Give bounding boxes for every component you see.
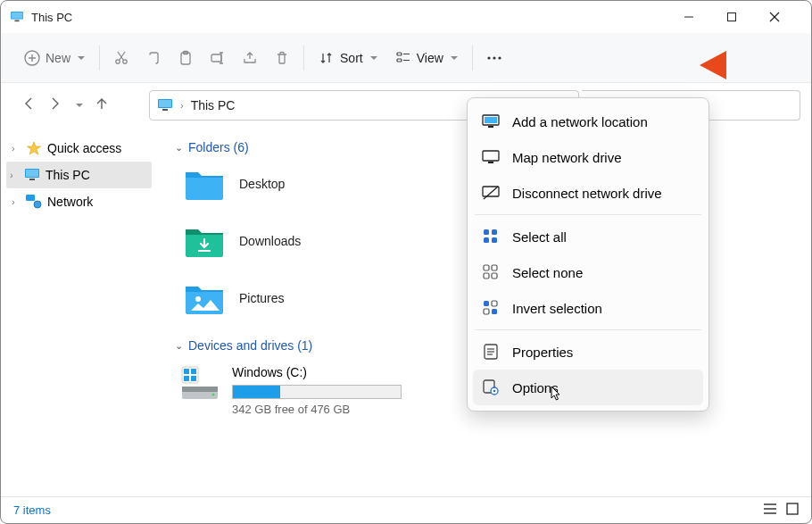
svg-rect-67: [492, 309, 497, 314]
delete-button[interactable]: [266, 45, 298, 71]
forward-button[interactable]: [47, 96, 63, 115]
folder-label: Desktop: [239, 177, 285, 191]
navigation-pane: › Quick access › This PC › Network: [1, 128, 157, 496]
menu-item-options[interactable]: Options: [473, 370, 703, 405]
downloads-folder-icon: [184, 224, 225, 258]
svg-rect-57: [492, 229, 497, 235]
menu-item-select-all[interactable]: Select all: [473, 219, 703, 254]
svg-rect-63: [492, 273, 497, 279]
pc-icon: [482, 112, 500, 130]
folder-label: Pictures: [239, 291, 285, 305]
maximize-button[interactable]: [720, 5, 743, 29]
collapse-caret[interactable]: ⌄: [175, 142, 183, 154]
properties-icon: [482, 343, 500, 361]
svg-rect-65: [492, 301, 497, 306]
sidebar-item-quick-access[interactable]: › Quick access: [6, 135, 152, 162]
copy-button[interactable]: [137, 45, 170, 71]
options-icon: [482, 378, 500, 396]
share-button[interactable]: [234, 45, 266, 71]
folder-icon: [184, 167, 225, 201]
close-button[interactable]: [763, 5, 786, 29]
svg-rect-44: [184, 376, 189, 381]
sidebar-item-network[interactable]: › Network: [6, 188, 152, 215]
share-icon: [242, 50, 258, 66]
svg-rect-35: [26, 170, 38, 177]
svg-rect-50: [485, 117, 497, 123]
status-bar: 7 items: [1, 496, 811, 523]
minimize-button[interactable]: [677, 5, 700, 29]
expand-caret[interactable]: ›: [12, 196, 21, 207]
svg-rect-45: [191, 376, 196, 381]
view-button[interactable]: View: [386, 45, 467, 71]
menu-separator: [475, 329, 701, 330]
new-button-label: New: [46, 51, 70, 65]
up-button[interactable]: [94, 96, 110, 115]
sort-button[interactable]: Sort: [310, 45, 386, 71]
thumbnails-view-button[interactable]: [786, 503, 799, 518]
svg-point-28: [493, 56, 495, 59]
sort-button-label: Sort: [340, 51, 363, 65]
rename-button[interactable]: [202, 45, 234, 71]
plus-circle-icon: [24, 50, 40, 66]
menu-item-select-none[interactable]: Select none: [473, 254, 703, 290]
svg-rect-24: [397, 59, 402, 62]
svg-rect-47: [182, 387, 218, 392]
rename-icon: [210, 50, 226, 66]
svg-rect-4: [728, 13, 736, 21]
pictures-folder-icon: [184, 281, 225, 315]
drive-subtext: 342 GB free of 476 GB: [232, 403, 402, 416]
svg-rect-61: [492, 265, 497, 270]
back-button[interactable]: [21, 96, 37, 115]
sidebar-item-label: Quick access: [47, 141, 121, 155]
svg-rect-19: [211, 54, 221, 62]
menu-item-label: Select none: [512, 265, 583, 280]
svg-rect-43: [191, 369, 196, 374]
menu-item-disconnect-network-drive[interactable]: Disconnect network drive: [473, 175, 703, 211]
toolbar-separator: [472, 46, 473, 71]
recent-locations-button[interactable]: [76, 104, 83, 107]
map-drive-icon: [482, 148, 500, 166]
menu-item-label: Select all: [512, 229, 567, 245]
menu-item-invert-selection[interactable]: Invert selection: [473, 290, 703, 326]
cut-icon: [113, 50, 129, 66]
delete-icon: [274, 50, 290, 66]
view-icon: [395, 50, 411, 66]
sidebar-item-label: This PC: [46, 168, 90, 182]
this-pc-icon: [157, 99, 173, 112]
menu-item-add-network-location[interactable]: Add a network location: [473, 104, 703, 139]
chevron-down-icon: [78, 56, 85, 60]
sidebar-item-label: Network: [47, 195, 93, 209]
sidebar-item-this-pc[interactable]: › This PC: [6, 162, 152, 188]
expand-caret[interactable]: ›: [12, 143, 21, 154]
annotation-arrow: [700, 51, 726, 79]
invert-selection-icon: [482, 299, 500, 317]
paste-icon: [178, 50, 194, 66]
cursor-icon: [550, 386, 562, 402]
new-button[interactable]: New: [15, 45, 94, 71]
svg-rect-37: [26, 195, 35, 201]
menu-item-map-network-drive[interactable]: Map network drive: [473, 139, 703, 175]
collapse-caret[interactable]: ⌄: [175, 340, 183, 352]
svg-rect-53: [488, 162, 493, 163]
svg-rect-31: [159, 100, 171, 107]
paste-button[interactable]: [170, 45, 202, 71]
menu-item-properties[interactable]: Properties: [473, 334, 703, 370]
cut-button[interactable]: [105, 45, 137, 71]
this-pc-icon: [10, 12, 24, 22]
more-button[interactable]: [478, 45, 510, 71]
menu-item-label: Disconnect network drive: [512, 186, 662, 201]
expand-caret[interactable]: ›: [10, 170, 19, 180]
svg-rect-23: [397, 53, 402, 55]
details-view-button[interactable]: [763, 503, 777, 518]
breadcrumb-separator: ›: [180, 100, 184, 111]
folder-label: Downloads: [239, 234, 301, 248]
network-icon: [26, 194, 42, 210]
more-menu: Add a network location Map network drive…: [467, 97, 709, 412]
toolbar-separator: [303, 46, 304, 71]
section-header-label: Devices and drives (1): [188, 338, 312, 353]
drive-usage-bar: [232, 385, 402, 399]
svg-rect-56: [484, 229, 489, 235]
svg-rect-62: [484, 273, 489, 279]
breadcrumb-location[interactable]: This PC: [191, 98, 236, 112]
svg-rect-66: [484, 309, 489, 314]
